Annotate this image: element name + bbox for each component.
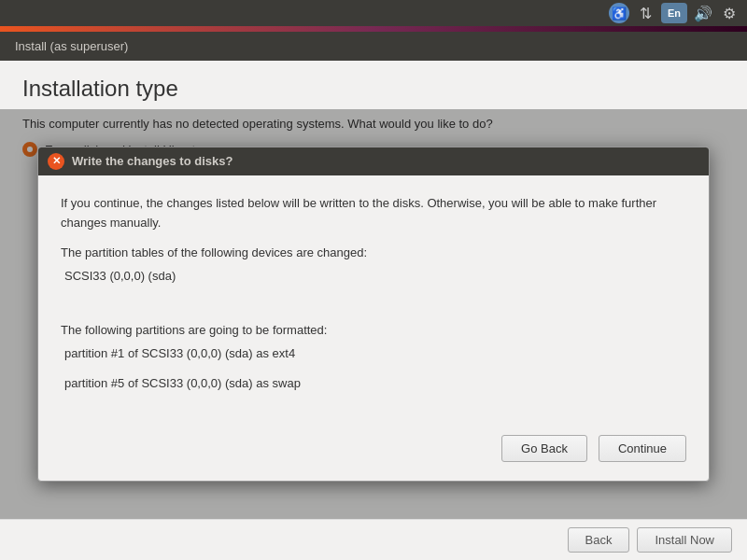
bottom-bar: Back Install Now	[0, 519, 747, 560]
top-system-bar: ♿ ⇅ En 🔊 ⚙	[0, 0, 747, 26]
go-back-button[interactable]: Go Back	[501, 435, 587, 462]
installer-window: Install (as superuser) Installation type…	[0, 32, 747, 560]
dialog-title: Write the changes to disks?	[72, 154, 233, 168]
continue-button[interactable]: Continue	[599, 435, 686, 462]
installer-body: Installation type This computer currentl…	[0, 61, 747, 560]
dialog-paragraph1: If you continue, the changes listed belo…	[61, 194, 686, 233]
page-content: This computer currently has no detected …	[0, 109, 747, 519]
dialog-body: If you continue, the changes listed belo…	[38, 175, 709, 424]
accessibility-icon[interactable]: ♿	[609, 3, 629, 23]
dialog-overlay: ✕ Write the changes to disks? If you con…	[0, 109, 747, 519]
dialog-section1-title: The partition tables of the following de…	[61, 244, 686, 263]
dialog-section2-item2: partition #5 of SCSI33 (0,0,0) (sda) as …	[64, 374, 686, 394]
input-method-icon[interactable]: ⇅	[635, 3, 655, 23]
dialog-buttons: Go Back Continue	[38, 424, 709, 481]
volume-icon[interactable]: 🔊	[693, 3, 713, 23]
installer-title-label: Install (as superuser)	[15, 39, 128, 53]
install-now-button[interactable]: Install Now	[637, 527, 732, 553]
page-title: Installation type	[0, 61, 747, 109]
installer-title-bar: Install (as superuser)	[0, 32, 747, 61]
dialog-close-button[interactable]: ✕	[48, 153, 64, 170]
back-button[interactable]: Back	[568, 527, 630, 553]
language-icon[interactable]: En	[661, 3, 687, 23]
write-changes-dialog: ✕ Write the changes to disks? If you con…	[37, 147, 710, 482]
dialog-section2-title: The following partitions are going to be…	[61, 321, 686, 341]
dialog-section2-item1: partition #1 of SCSI33 (0,0,0) (sda) as …	[64, 344, 686, 364]
dialog-section1-item: SCSI33 (0,0,0) (sda)	[64, 267, 686, 287]
settings-icon[interactable]: ⚙	[719, 3, 740, 23]
dialog-titlebar: ✕ Write the changes to disks?	[38, 147, 709, 175]
